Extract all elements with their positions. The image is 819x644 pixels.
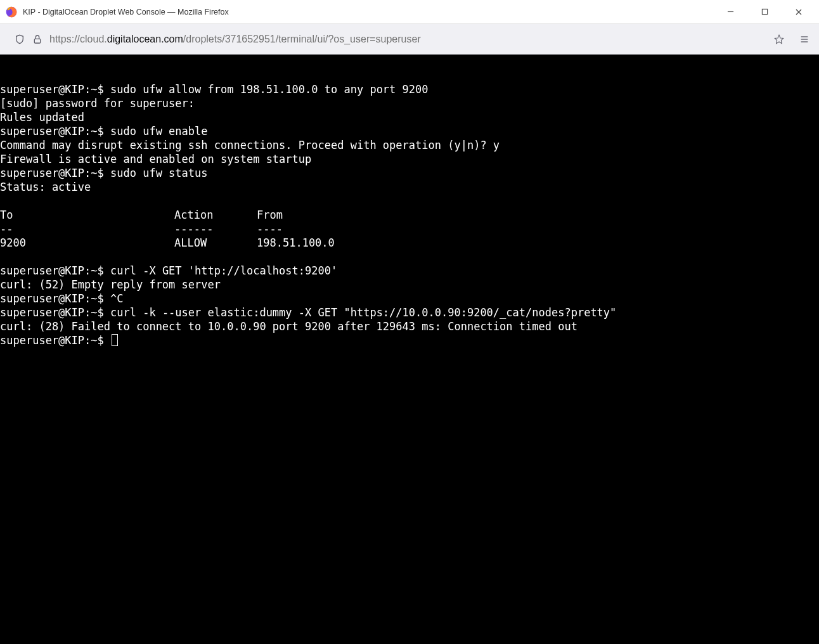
url-path: /droplets/371652951/terminal/ui/?os_user…: [183, 34, 421, 44]
prompt: superuser@KIP:~$: [0, 333, 110, 347]
terminal-line: superuser@KIP:~$ ^C: [0, 292, 819, 306]
terminal-line: superuser@KIP:~$ curl -X GET 'http://loc…: [0, 264, 819, 278]
close-button[interactable]: [789, 3, 809, 21]
ufw-table-divider: ------------: [0, 222, 819, 236]
lock-icon[interactable]: [32, 34, 43, 45]
terminal-line: [0, 194, 819, 208]
terminal-body[interactable]: superuser@KIP:~$ sudo ufw allow from 198…: [0, 82, 819, 347]
col-action: Action: [174, 208, 257, 222]
window-titlebar: KIP - DigitalOcean Droplet Web Console —…: [0, 0, 819, 24]
cursor-icon: [112, 334, 118, 346]
prompt: superuser@KIP:~$: [0, 306, 110, 319]
prompt: superuser@KIP:~$: [0, 292, 110, 305]
terminal-line: Command may disrupt existing ssh connect…: [0, 138, 819, 152]
svg-marker-6: [775, 35, 783, 43]
hamburger-menu-icon[interactable]: [799, 34, 810, 45]
col-from: 198.51.100.0: [257, 236, 335, 250]
shield-icon[interactable]: [14, 34, 25, 45]
command-text: sudo ufw allow from 198.51.100.0 to any …: [110, 83, 429, 96]
url-host: digitalocean.com: [107, 34, 183, 44]
terminal-line: superuser@KIP:~$ curl -k --user elastic:…: [0, 306, 819, 319]
terminal-line: Status: active: [0, 180, 819, 194]
terminal-line: Firewall is active and enabled on system…: [0, 152, 819, 166]
col-to: 9200: [0, 236, 174, 250]
terminal-line: Rules updated: [0, 110, 819, 124]
terminal-line: curl: (52) Empty reply from server: [0, 278, 819, 292]
col-action: ------: [174, 222, 257, 236]
prompt: superuser@KIP:~$: [0, 83, 110, 96]
bookmark-star-icon[interactable]: [773, 34, 785, 45]
url-text[interactable]: https://cloud.digitalocean.com/droplets/…: [49, 34, 421, 45]
prompt: superuser@KIP:~$: [0, 264, 110, 277]
svg-rect-2: [762, 9, 767, 14]
prompt: superuser@KIP:~$: [0, 167, 110, 179]
terminal-line: superuser@KIP:~$ sudo ufw status: [0, 166, 819, 180]
terminal-line: superuser@KIP:~$ sudo ufw allow from 198…: [0, 82, 819, 96]
url-subdomain: cloud.: [80, 34, 107, 44]
prompt: superuser@KIP:~$: [0, 125, 110, 138]
col-to: To: [0, 208, 174, 222]
ufw-table-row: 9200ALLOW198.51.100.0: [0, 236, 819, 250]
terminal[interactable]: superuser@KIP:~$ sudo ufw allow from 198…: [0, 55, 819, 644]
browser-toolbar: https://cloud.digitalocean.com/droplets/…: [0, 24, 819, 55]
col-from: From: [257, 208, 283, 222]
window-controls: [720, 3, 809, 21]
command-text: curl -X GET 'http://localhost:9200': [110, 264, 337, 277]
command-text: sudo ufw status: [110, 167, 208, 179]
col-action: ALLOW: [174, 236, 257, 250]
url-scheme: https://: [49, 34, 80, 44]
svg-rect-5: [34, 39, 40, 43]
ufw-table-header: ToActionFrom: [0, 208, 819, 222]
command-text: curl -k --user elastic:dummy -X GET "htt…: [110, 306, 616, 319]
window-title: KIP - DigitalOcean Droplet Web Console —…: [23, 8, 720, 16]
url-bar[interactable]: https://cloud.digitalocean.com/droplets/…: [9, 29, 766, 50]
maximize-button[interactable]: [754, 3, 775, 21]
terminal-line: superuser@KIP:~$ sudo ufw enable: [0, 124, 819, 138]
col-to: --: [0, 222, 174, 236]
minimize-button[interactable]: [720, 3, 740, 21]
command-text: ^C: [110, 292, 123, 305]
terminal-line: curl: (28) Failed to connect to 10.0.0.9…: [0, 319, 819, 333]
terminal-line: [0, 250, 819, 264]
terminal-line: [sudo] password for superuser:: [0, 96, 819, 110]
toolbar-right: [773, 34, 810, 45]
col-from: ----: [257, 222, 283, 236]
firefox-icon: [5, 6, 18, 18]
terminal-prompt-current[interactable]: superuser@KIP:~$: [0, 333, 819, 347]
command-text: sudo ufw enable: [110, 125, 208, 138]
